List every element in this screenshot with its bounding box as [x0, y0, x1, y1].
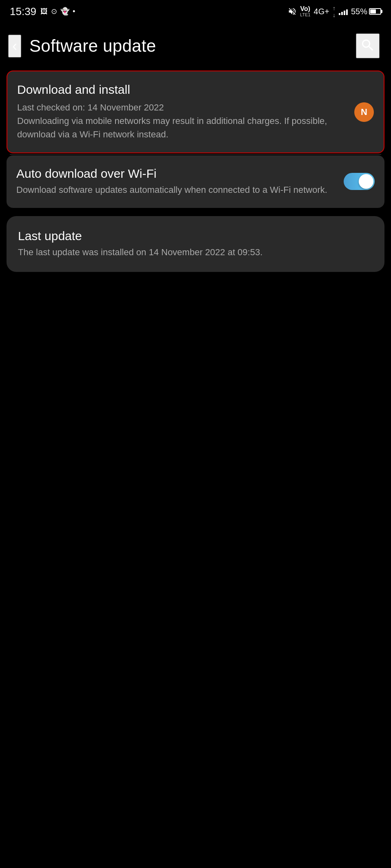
auto-download-toggle-container — [344, 173, 375, 190]
auto-download-title: Auto download over Wi-Fi — [16, 167, 335, 181]
search-icon — [360, 38, 375, 53]
page-title: Software update — [29, 36, 156, 56]
signal-bars — [339, 8, 348, 15]
section-divider — [10, 154, 381, 155]
data-transfer-icon: ↑ ↓ — [333, 5, 335, 18]
photo-icon: 🖼 — [40, 7, 48, 16]
auto-download-description: Download software updates automatically … — [16, 184, 335, 197]
download-warning-text: Downloading via mobile networks may resu… — [17, 116, 327, 139]
battery-icon — [369, 8, 381, 15]
status-bar: 15:39 🖼 ⊙ 👻 • Vo) LTE1 4G+ ↑ ↓ — [0, 0, 391, 21]
battery-percentage: 55% — [351, 7, 367, 16]
status-bar-left: 15:39 🖼 ⊙ 👻 • — [10, 5, 75, 18]
mute-icon — [288, 7, 297, 16]
main-content: Download and install Last checked on: 14… — [0, 71, 391, 272]
status-icons: 🖼 ⊙ 👻 • — [40, 7, 75, 16]
download-install-title: Download and install — [17, 83, 374, 97]
auto-download-card[interactable]: Auto download over Wi-Fi Download softwa… — [7, 155, 384, 208]
instagram-icon: ⊙ — [51, 7, 57, 16]
header-left: ‹ Software update — [8, 35, 156, 57]
header: ‹ Software update — [0, 25, 391, 66]
last-update-description: The last update was installed on 14 Nove… — [18, 246, 373, 259]
last-update-title: Last update — [18, 229, 373, 243]
battery-indicator: 55% — [351, 7, 381, 16]
download-install-description: Last checked on: 14 November 2022 Downlo… — [17, 101, 374, 141]
auto-download-text: Auto download over Wi-Fi Download softwa… — [16, 167, 344, 197]
network-type: 4G+ — [314, 7, 329, 16]
search-button[interactable] — [356, 33, 380, 58]
snapchat-icon: 👻 — [60, 7, 69, 16]
volte-indicator: Vo) LTE1 — [300, 6, 310, 17]
last-checked-text: Last checked on: 14 November 2022 — [17, 102, 164, 113]
auto-download-toggle[interactable] — [344, 173, 375, 190]
last-update-card: Last update The last update was installe… — [7, 216, 384, 272]
badge-label: N — [361, 107, 367, 117]
toggle-thumb — [359, 174, 373, 189]
notification-badge: N — [354, 102, 374, 122]
back-button[interactable]: ‹ — [8, 35, 21, 57]
dot-icon: • — [73, 7, 75, 16]
status-time: 15:39 — [10, 5, 36, 18]
back-icon: ‹ — [12, 38, 17, 54]
download-install-card[interactable]: Download and install Last checked on: 14… — [7, 71, 384, 153]
status-bar-right: Vo) LTE1 4G+ ↑ ↓ 55% — [288, 5, 381, 18]
